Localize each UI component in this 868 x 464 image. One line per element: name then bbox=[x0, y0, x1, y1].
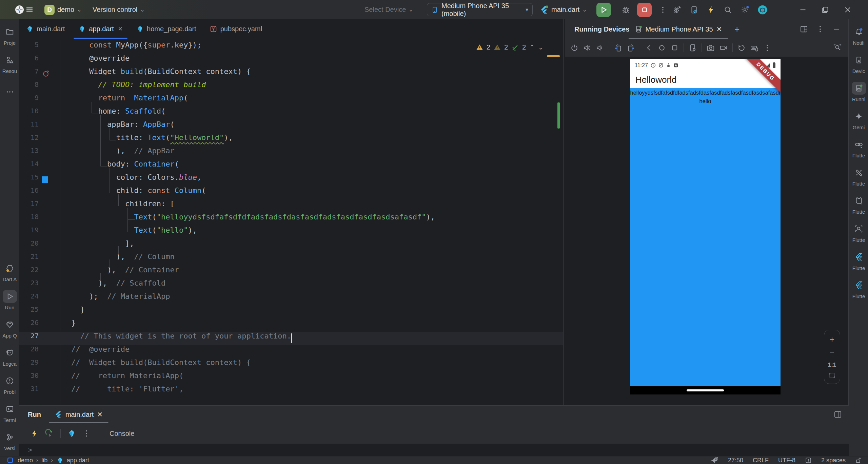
volume-up-icon[interactable] bbox=[583, 44, 591, 52]
line-number[interactable]: 25 bbox=[19, 305, 39, 318]
more-v-icon[interactable] bbox=[763, 44, 771, 52]
attach-debugger-icon[interactable] bbox=[673, 6, 681, 14]
line-number[interactable]: 7 bbox=[19, 67, 39, 80]
layout-settings-icon[interactable] bbox=[834, 410, 842, 419]
breadcrumb-item[interactable]: app.dart bbox=[67, 457, 89, 464]
stripe-item-Notifi[interactable]: Notifi bbox=[849, 21, 868, 50]
stripe-item-App Q[interactable]: App Q bbox=[0, 314, 19, 342]
caret-position[interactable]: 27:50 bbox=[728, 457, 743, 464]
line-number[interactable]: 26 bbox=[19, 318, 39, 332]
device-settings-icon[interactable] bbox=[689, 44, 697, 52]
line-number[interactable]: 6 bbox=[19, 54, 39, 67]
overview-icon[interactable] bbox=[671, 44, 679, 52]
avatar-icon[interactable] bbox=[758, 5, 767, 15]
toolbar-more-button[interactable] bbox=[659, 0, 667, 19]
hot-restart-icon[interactable] bbox=[45, 429, 54, 438]
stripe-item-Dart A[interactable]: Dart A bbox=[0, 258, 19, 286]
stripe-item-more-h[interactable] bbox=[0, 78, 19, 106]
line-number[interactable]: 30 bbox=[19, 371, 39, 385]
line-number[interactable]: 12 bbox=[19, 133, 39, 147]
back-icon[interactable] bbox=[645, 44, 653, 52]
line-number[interactable]: 28 bbox=[19, 345, 39, 358]
stripe-item-Flutte[interactable]: Flutte bbox=[849, 162, 868, 190]
line-number[interactable]: 13 bbox=[19, 147, 39, 160]
device-selector[interactable]: Medium Phone API 35 (mobile) ▾ bbox=[427, 3, 533, 16]
editor-panel-splitter[interactable] bbox=[563, 19, 564, 405]
home-pill[interactable] bbox=[687, 389, 724, 391]
breadcrumb-item[interactable]: demo bbox=[18, 457, 33, 464]
breadcrumb-item[interactable]: lib bbox=[41, 457, 47, 464]
minimize-icon[interactable] bbox=[832, 25, 841, 33]
close-icon[interactable] bbox=[844, 6, 852, 14]
select-device-button[interactable]: Select Device ⌄ bbox=[364, 0, 413, 19]
home-icon[interactable] bbox=[658, 44, 666, 52]
stripe-item-Resou[interactable]: Resou bbox=[0, 50, 19, 78]
editor-tab-home_page.dart[interactable]: home_page.dart bbox=[130, 19, 203, 39]
maximize-icon[interactable] bbox=[821, 6, 829, 14]
stripe-item-Flutte[interactable]: Flutte bbox=[849, 190, 868, 218]
line-number[interactable]: 19 bbox=[19, 226, 39, 239]
zoom-out-icon[interactable]: − bbox=[830, 348, 834, 357]
stripe-item-Probl[interactable]: Probl bbox=[0, 370, 19, 399]
line-number[interactable]: 24 bbox=[19, 292, 39, 305]
fit-to-window-icon[interactable] bbox=[829, 372, 835, 379]
video-icon[interactable] bbox=[719, 44, 728, 52]
close-icon[interactable]: ✕ bbox=[118, 25, 123, 33]
editor-tab-main.dart[interactable]: main.dart bbox=[19, 19, 72, 39]
bolt-icon[interactable] bbox=[31, 429, 39, 438]
emulator-screen[interactable]: 11:27 3G Hel bbox=[630, 59, 781, 394]
line-number[interactable]: 27 bbox=[19, 332, 39, 345]
layout-icon[interactable] bbox=[800, 25, 808, 33]
volume-down-icon[interactable] bbox=[596, 44, 604, 52]
line-number[interactable]: 5 bbox=[19, 41, 39, 54]
editor-tab-app.dart[interactable]: app.dart✕ bbox=[72, 19, 130, 39]
stripe-item-Proje[interactable]: Proje bbox=[0, 21, 19, 50]
file-encoding[interactable]: UTF-8 bbox=[778, 457, 795, 464]
settings-dot-icon[interactable] bbox=[741, 6, 749, 14]
rotate-left-icon[interactable] bbox=[614, 44, 622, 52]
rotate-right-icon[interactable] bbox=[627, 44, 635, 52]
debug-button[interactable] bbox=[622, 0, 630, 19]
line-number[interactable]: 31 bbox=[19, 385, 39, 398]
inspections-widget[interactable]: 2 2 2 ⌃ ⌄ bbox=[476, 43, 544, 51]
close-icon[interactable]: ✕ bbox=[97, 410, 103, 419]
stripe-item-Devic[interactable]: Devic bbox=[849, 50, 868, 78]
line-number[interactable]: 15 bbox=[19, 173, 39, 186]
line-number[interactable]: 21 bbox=[19, 252, 39, 266]
color-swatch-gutter-icon[interactable] bbox=[42, 176, 48, 183]
next-problem-icon[interactable]: ⌄ bbox=[538, 43, 544, 51]
flutter-device-icon[interactable] bbox=[690, 6, 698, 14]
line-number[interactable]: 18 bbox=[19, 213, 39, 226]
power-icon[interactable] bbox=[570, 44, 578, 52]
line-number[interactable]: 17 bbox=[19, 199, 39, 213]
indent-setting[interactable]: 2 spaces bbox=[821, 457, 846, 464]
stop-button[interactable] bbox=[637, 3, 652, 17]
code-editor[interactable]: 5 const MyApp({super.key});6 @override7 … bbox=[19, 39, 563, 405]
override-gutter-icon[interactable] bbox=[42, 70, 50, 79]
vcs-menu[interactable]: Version control ⌄ bbox=[93, 0, 145, 19]
stripe-item-Gemi[interactable]: Gemi bbox=[849, 106, 868, 134]
line-number[interactable]: 9 bbox=[19, 94, 39, 107]
close-icon[interactable]: ✕ bbox=[716, 25, 722, 33]
search-icon[interactable] bbox=[724, 6, 732, 14]
camera-icon[interactable] bbox=[707, 44, 715, 52]
line-number[interactable]: 10 bbox=[19, 107, 39, 120]
line-number[interactable]: 22 bbox=[19, 266, 39, 279]
run-config-selector[interactable]: main.dart ⌄ bbox=[540, 0, 587, 19]
console-area[interactable]: > bbox=[19, 444, 849, 457]
minimize-icon[interactable] bbox=[799, 6, 807, 14]
inspection-widget-icon[interactable] bbox=[805, 457, 812, 464]
line-number[interactable]: 16 bbox=[19, 186, 39, 199]
stripe-item-Flutte[interactable]: Flutte bbox=[849, 275, 868, 303]
stripe-item-Flutte[interactable]: Flutte bbox=[849, 134, 868, 162]
line-number[interactable]: 23 bbox=[19, 279, 39, 292]
zoom-actual-size[interactable]: 1:1 bbox=[828, 362, 836, 368]
stripe-item-Run[interactable]: Run bbox=[0, 286, 19, 314]
line-number[interactable]: 20 bbox=[19, 239, 39, 252]
line-number[interactable]: 8 bbox=[19, 80, 39, 94]
line-number[interactable]: 14 bbox=[19, 160, 39, 173]
stripe-item-Termi[interactable]: Termi bbox=[0, 399, 19, 427]
zoom-in-icon[interactable]: + bbox=[830, 335, 834, 344]
more-v-icon[interactable] bbox=[816, 25, 824, 33]
more-v-icon[interactable] bbox=[82, 429, 91, 438]
